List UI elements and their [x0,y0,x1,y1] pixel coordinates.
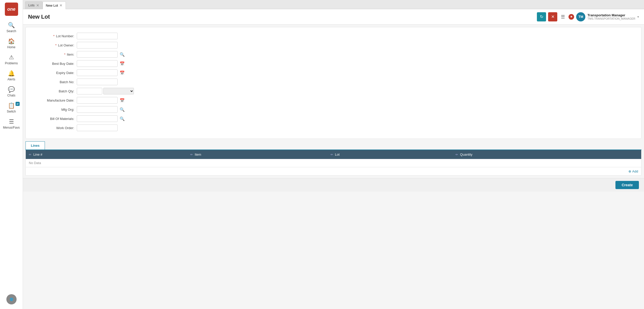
batch-qty-group [77,88,134,94]
tab-new-lot-close[interactable]: ✕ [59,4,62,7]
lot-owner-input[interactable] [77,42,118,48]
sidebar-item-alerts[interactable]: 🔔 Alerts [0,68,23,84]
sidebar-item-label: Search [6,29,16,33]
expiry-date-input[interactable] [77,69,118,76]
item-label: * Item: [31,53,77,56]
sidebar-bottom: 🌐 [0,292,23,306]
col-lot: ✏ Lot [327,150,452,159]
mfg-org-input[interactable] [77,106,118,113]
app-logo[interactable]: one [5,3,18,16]
mfg-org-label: Mfg Org: [31,108,77,112]
best-buy-date-input[interactable] [77,60,118,67]
tab-bar: Lots ✕ New Lot ✕ [23,0,644,9]
sidebar-item-label: Chats [7,94,15,97]
best-buy-date-row: Best Buy Date: 📅 [31,60,636,67]
batch-qty-input[interactable] [77,88,102,94]
lot-number-label: * Lot Number: [31,34,77,38]
close-button[interactable]: ✕ [548,12,557,21]
lines-table-header: ✏ Line # ✏ Item ✏ Lot [26,150,641,159]
section-tab-bar: Lines [26,141,641,150]
sidebar-item-menus[interactable]: ☰ Menus/Favs [0,116,23,132]
user-name: Transportation Manager [587,13,635,17]
batch-no-input[interactable] [77,79,118,85]
bill-of-materials-search-button[interactable]: 🔍 [119,116,126,122]
bill-of-materials-input[interactable] [77,115,118,122]
sidebar-user-avatar[interactable]: 🌐 [6,294,17,304]
batch-no-row: Batch No: [31,78,636,85]
best-buy-date-calendar-button[interactable]: 📅 [119,61,126,67]
lot-number-row: * Lot Number: [31,32,636,40]
logo-text: one [7,7,15,12]
sidebar-item-search[interactable]: 🔍 Search [0,19,23,35]
user-initials: TM [578,15,583,19]
home-icon: 🏠 [8,38,15,45]
col-line-no-label: Line # [33,153,42,156]
lot-number-input[interactable] [77,33,118,39]
tab-new-lot[interactable]: New Lot ✕ [43,2,66,9]
menu-button[interactable]: ☰ [559,14,566,20]
item-row: * Item: 🔍 [31,51,636,58]
section-tabs: Lines [26,141,641,150]
lines-table-container: ✏ Line # ✏ Item ✏ Lot [26,150,641,176]
notification-badge[interactable]: ★ [569,14,574,20]
bill-of-materials-label: Bill Of Materials: [31,117,77,121]
mfg-org-search-button[interactable]: 🔍 [119,107,126,113]
add-line-button[interactable]: ⊕ Add [628,169,638,173]
item-search-button[interactable]: 🔍 [119,52,126,57]
work-order-input[interactable] [77,125,118,131]
sidebar-item-home[interactable]: 🏠 Home [0,35,23,52]
no-data-cell: No Data [26,159,641,167]
sidebar-item-switch[interactable]: 📋 Switch ⇄ [0,100,23,116]
search-icon: 🔍 [8,22,15,29]
item-input-group: 🔍 [77,51,126,58]
batch-qty-select[interactable] [103,88,134,94]
sidebar-item-label: Menus/Favs [3,126,20,129]
expiry-date-calendar-button[interactable]: 📅 [119,70,126,76]
lot-owner-row: * Lot Owner: [31,42,636,49]
tab-lots[interactable]: Lots ✕ [25,1,43,9]
item-input[interactable] [77,51,118,58]
manufacture-date-calendar-button[interactable]: 📅 [119,97,126,103]
chevron-down-icon[interactable]: ▾ [637,15,639,19]
batch-no-label: Batch No: [31,80,77,84]
manufacture-date-group: 📅 [77,97,126,104]
main-area: Lots ✕ New Lot ✕ New Lot ↻ ✕ ☰ ★ TM Tran… [23,0,644,309]
tab-lots-close[interactable]: ✕ [36,4,39,7]
form-area: * Lot Number: * Lot Owner: * [26,27,641,139]
content-area: New Lot ↻ ✕ ☰ ★ TM Transportation Manage… [23,9,644,309]
work-order-row: Work Order: [31,124,636,131]
batch-qty-label: Batch Qty: [31,89,77,93]
sidebar-item-chats[interactable]: 💬 Chats [0,84,23,100]
create-button[interactable]: Create [615,181,639,189]
refresh-button[interactable]: ↻ [537,12,546,21]
col-quantity: ✏ Quantity [452,150,641,159]
header-actions: ↻ ✕ ☰ ★ TM Transportation Manager TMS.TR… [537,12,639,21]
bell-icon: 🔔 [8,70,15,77]
edit-icon: ✏ [29,153,31,156]
sidebar-item-problems[interactable]: ⚠ Problems [0,52,23,68]
mfg-org-row: Mfg Org: 🔍 [31,106,636,113]
switch-icon: 📋 [8,102,15,109]
manufacture-date-input[interactable] [77,97,118,104]
tab-lines[interactable]: Lines [26,141,45,150]
manufacture-date-row: Manufacture Date: 📅 [31,97,636,104]
lines-table: ✏ Line # ✏ Item ✏ Lot [26,150,641,167]
switch-badge: ⇄ [16,102,20,106]
lot-owner-label: * Lot Owner: [31,43,77,47]
edit-icon: ✏ [331,153,333,156]
required-star: * [64,53,65,56]
expiry-date-group: 📅 [77,69,126,76]
header-bar: New Lot ↻ ✕ ☰ ★ TM Transportation Manage… [23,9,644,24]
lines-table-body: No Data [26,159,641,167]
sidebar-item-label: Alerts [7,78,15,81]
expiry-date-row: Expiry Date: 📅 [31,69,636,76]
add-label: Add [632,169,638,173]
manufacture-date-label: Manufacture Date: [31,98,77,102]
required-star: * [55,43,57,47]
sidebar: one 🔍 Search 🏠 Home ⚠ Problems 🔔 Alerts … [0,0,23,309]
sidebar-item-label: Problems [5,61,18,65]
user-avatar: TM [576,12,585,21]
col-item-label: Item [195,153,201,156]
mfg-org-group: 🔍 [77,106,126,113]
sidebar-item-label: Home [7,45,15,49]
